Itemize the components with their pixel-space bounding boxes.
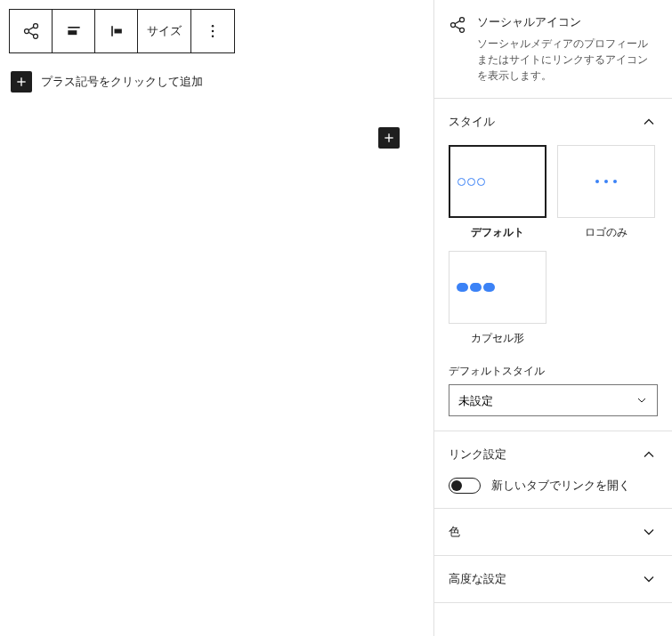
svg-point-18 — [460, 28, 465, 32]
new-tab-toggle-label: 新しいタブでリンクを開く — [491, 478, 630, 494]
color-panel-toggle[interactable]: 色 — [434, 509, 672, 555]
default-style-label: デフォルトスタイル — [449, 364, 658, 379]
block-description: ソーシャルメディアのプロフィールまたはサイトにリンクするアイコンを表示します。 — [477, 36, 658, 84]
editor-canvas: サイズ プラス記号をクリックして追加 — [0, 0, 433, 636]
align-icon — [65, 22, 83, 40]
more-options-button[interactable] — [191, 10, 234, 52]
svg-rect-8 — [114, 29, 121, 34]
plus-icon — [14, 75, 28, 89]
plus-icon — [382, 131, 396, 145]
link-settings-panel-title: リンク設定 — [449, 447, 506, 463]
advanced-panel-toggle[interactable]: 高度な設定 — [434, 556, 672, 602]
add-block-button[interactable] — [11, 71, 32, 93]
style-option-pill[interactable]: カプセル形 — [449, 251, 547, 346]
svg-point-2 — [33, 34, 37, 38]
block-type-button[interactable] — [10, 10, 53, 52]
block-info-section: ソーシャルアイコン ソーシャルメディアのプロフィールまたはサイトにリンクするアイ… — [434, 0, 672, 99]
default-style-select[interactable]: 未設定 — [449, 384, 658, 416]
justify-button[interactable] — [95, 10, 138, 52]
advanced-panel: 高度な設定 — [434, 556, 672, 603]
size-button[interactable]: サイズ — [138, 10, 191, 52]
style-option-default-label: デフォルト — [449, 225, 547, 240]
justify-icon — [108, 22, 125, 40]
block-title: ソーシャルアイコン — [477, 14, 658, 30]
share-icon — [22, 22, 40, 40]
svg-line-19 — [455, 20, 460, 23]
chevron-up-icon — [640, 113, 658, 131]
style-option-logo-only-label: ロゴのみ — [557, 225, 655, 240]
chevron-down-icon — [640, 523, 658, 541]
style-option-default[interactable]: デフォルト — [449, 145, 547, 240]
svg-point-16 — [460, 18, 465, 22]
style-option-logo-only[interactable]: ロゴのみ — [557, 145, 655, 240]
style-panel-toggle[interactable]: スタイル — [434, 99, 672, 145]
svg-line-3 — [28, 27, 34, 29]
svg-point-0 — [33, 24, 37, 28]
block-toolbar: サイズ — [9, 9, 235, 53]
size-button-label: サイズ — [147, 23, 182, 39]
share-icon — [449, 16, 466, 34]
more-vertical-icon — [204, 22, 222, 40]
style-option-pill-label: カプセル形 — [449, 331, 547, 346]
add-block-prompt-text: プラス記号をクリックして追加 — [41, 74, 203, 90]
color-panel: 色 — [434, 509, 672, 556]
svg-point-9 — [212, 25, 215, 28]
add-block-prompt: プラス記号をクリックして追加 — [11, 71, 425, 93]
svg-point-1 — [24, 29, 28, 34]
chevron-up-icon — [640, 446, 658, 463]
svg-point-10 — [212, 30, 215, 33]
settings-sidebar: ソーシャルアイコン ソーシャルメディアのプロフィールまたはサイトにリンクするアイ… — [433, 0, 672, 636]
style-panel: スタイル デフォルト — [434, 99, 672, 431]
style-panel-title: スタイル — [449, 114, 495, 130]
link-settings-panel-toggle[interactable]: リンク設定 — [434, 431, 672, 478]
block-appender-button[interactable] — [378, 127, 400, 149]
advanced-panel-title: 高度な設定 — [449, 571, 506, 587]
svg-point-11 — [212, 36, 215, 38]
chevron-down-icon — [640, 570, 658, 588]
color-panel-title: 色 — [449, 524, 460, 540]
block-type-icon — [449, 16, 466, 84]
svg-line-4 — [28, 32, 34, 35]
svg-rect-6 — [68, 30, 77, 35]
link-settings-panel: リンク設定 新しいタブでリンクを開く — [434, 431, 672, 509]
svg-point-17 — [451, 23, 456, 28]
svg-line-20 — [455, 26, 460, 28]
new-tab-toggle[interactable] — [449, 478, 481, 494]
align-button[interactable] — [53, 10, 95, 52]
